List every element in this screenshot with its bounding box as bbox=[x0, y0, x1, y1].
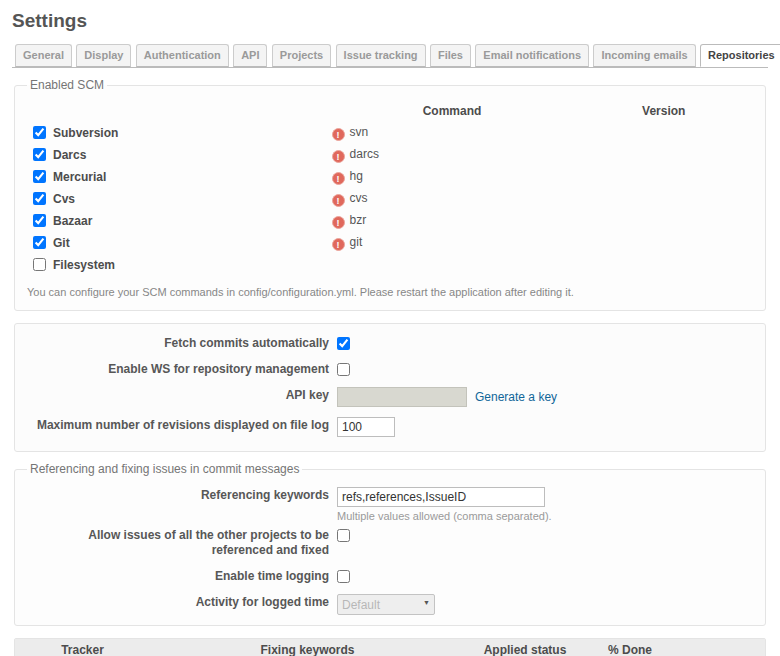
table-row: Mercurial !hg bbox=[25, 166, 755, 188]
settings-tabs: General Display Authentication API Proje… bbox=[12, 44, 768, 68]
scm-name-label: Darcs bbox=[53, 148, 86, 162]
scm-subversion-checkbox[interactable] bbox=[33, 126, 46, 139]
referencing-fieldset: Referencing and fixing issues in commit … bbox=[14, 462, 766, 626]
table-row: Subversion !svn bbox=[25, 122, 755, 144]
api-key-label: API key bbox=[25, 386, 337, 403]
exclamation-icon: ! bbox=[332, 194, 345, 207]
exclamation-icon: ! bbox=[332, 128, 345, 141]
scm-name-label: Cvs bbox=[53, 192, 75, 206]
referencing-keywords-field[interactable] bbox=[337, 487, 545, 507]
scm-command: darcs bbox=[350, 147, 379, 161]
enable-time-logging-checkbox[interactable] bbox=[337, 570, 350, 583]
exclamation-icon: ! bbox=[332, 172, 345, 185]
scm-config-note: You can configure your SCM commands in c… bbox=[27, 286, 755, 298]
tab-api[interactable]: API bbox=[233, 44, 267, 67]
scm-name-label: Filesystem bbox=[53, 258, 115, 272]
tab-email-notifications[interactable]: Email notifications bbox=[475, 44, 589, 67]
fetch-commits-label: Fetch commits automatically bbox=[25, 334, 337, 351]
scm-bazaar-checkbox[interactable] bbox=[33, 214, 46, 227]
scm-name-label: Subversion bbox=[53, 126, 118, 140]
referencing-keywords-hint: Multiple values allowed (comma separated… bbox=[337, 510, 552, 522]
allow-cross-project-label: Allow issues of all the other projects t… bbox=[25, 526, 337, 558]
enable-time-logging-label: Enable time logging bbox=[25, 567, 337, 584]
tab-projects[interactable]: Projects bbox=[272, 44, 331, 67]
scm-name-label: Mercurial bbox=[53, 170, 106, 184]
table-row: Bazaar !bzr bbox=[25, 210, 755, 232]
enabled-scm-fieldset: Enabled SCM Command Version Subversion !… bbox=[14, 78, 766, 311]
exclamation-icon: ! bbox=[332, 150, 345, 163]
scm-name-label: Bazaar bbox=[53, 214, 92, 228]
scm-darcs-checkbox[interactable] bbox=[33, 148, 46, 161]
tab-incoming-emails[interactable]: Incoming emails bbox=[593, 44, 695, 67]
enable-ws-label: Enable WS for repository management bbox=[25, 360, 337, 377]
table-row: Filesystem bbox=[25, 254, 755, 276]
table-row: Cvs !cvs bbox=[25, 188, 755, 210]
scm-command: bzr bbox=[350, 213, 367, 227]
generate-key-link[interactable]: Generate a key bbox=[475, 390, 557, 404]
repository-general-settings-box: Fetch commits automatically Enable WS fo… bbox=[14, 323, 766, 452]
fixing-keywords-box: Tracker Fixing keywords Applied status %… bbox=[14, 638, 766, 656]
percent-done-column-header: % Done bbox=[585, 639, 675, 656]
max-revisions-field[interactable] bbox=[337, 417, 395, 437]
activity-logged-time-label: Activity for logged time bbox=[25, 593, 337, 610]
enabled-scm-legend: Enabled SCM bbox=[27, 78, 107, 92]
scm-command: svn bbox=[350, 125, 369, 139]
tab-repositories[interactable]: Repositories bbox=[700, 44, 780, 67]
fixing-keywords-column-header: Fixing keywords bbox=[150, 639, 465, 656]
scm-name-label: Git bbox=[53, 236, 70, 250]
page-title: Settings bbox=[12, 10, 768, 32]
scm-command: git bbox=[350, 235, 363, 249]
scm-table: Command Version Subversion !svn Darcs !d… bbox=[25, 100, 755, 276]
exclamation-icon: ! bbox=[332, 238, 345, 251]
tab-general[interactable]: General bbox=[15, 44, 72, 67]
referencing-keywords-label: Referencing keywords bbox=[25, 486, 337, 503]
referencing-legend: Referencing and fixing issues in commit … bbox=[27, 462, 302, 476]
command-column-header: Command bbox=[332, 100, 573, 122]
allow-cross-project-checkbox[interactable] bbox=[337, 529, 350, 542]
activity-select: Default bbox=[337, 594, 435, 615]
exclamation-icon: ! bbox=[332, 216, 345, 229]
tab-files[interactable]: Files bbox=[430, 44, 471, 67]
scm-command: cvs bbox=[350, 191, 368, 205]
max-revisions-label: Maximum number of revisions displayed on… bbox=[25, 416, 337, 433]
version-column-header: Version bbox=[572, 100, 755, 122]
table-row: Darcs !darcs bbox=[25, 144, 755, 166]
tab-issue-tracking[interactable]: Issue tracking bbox=[336, 44, 426, 67]
table-row: Git !git bbox=[25, 232, 755, 254]
enable-ws-checkbox[interactable] bbox=[337, 363, 350, 376]
tab-authentication[interactable]: Authentication bbox=[136, 44, 229, 67]
scm-mercurial-checkbox[interactable] bbox=[33, 170, 46, 183]
scm-git-checkbox[interactable] bbox=[33, 236, 46, 249]
fetch-commits-checkbox[interactable] bbox=[337, 337, 350, 350]
api-key-field bbox=[337, 387, 467, 407]
applied-status-column-header: Applied status bbox=[465, 639, 585, 656]
tab-display[interactable]: Display bbox=[76, 44, 131, 67]
activity-select-wrapper: Default bbox=[337, 594, 435, 615]
scm-command: hg bbox=[350, 169, 363, 183]
tracker-column-header: Tracker bbox=[15, 639, 150, 656]
scm-filesystem-checkbox[interactable] bbox=[33, 258, 46, 271]
scm-cvs-checkbox[interactable] bbox=[33, 192, 46, 205]
